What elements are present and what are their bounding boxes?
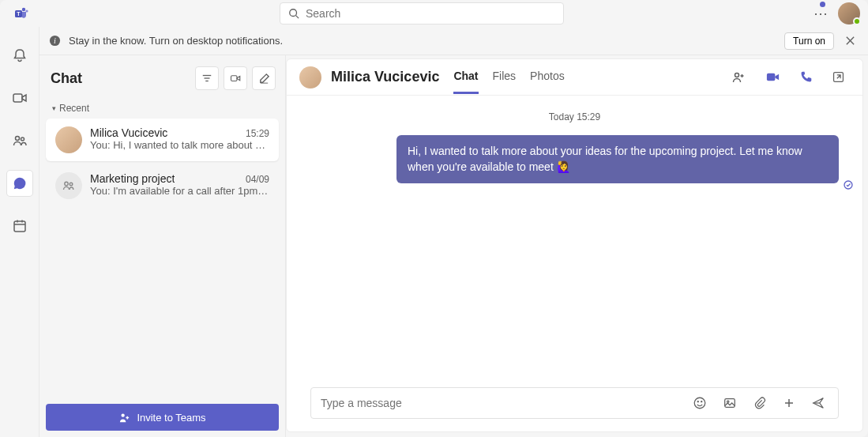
add-people-button[interactable]: [726, 65, 751, 90]
svg-text:i: i: [54, 36, 56, 45]
message-row: Hi, I wanted to talk more about your ide…: [310, 135, 839, 183]
more-actions-icon[interactable]: [780, 394, 798, 413]
rail-activity[interactable]: [7, 43, 32, 68]
search-icon: [288, 8, 299, 19]
video-call-button[interactable]: [761, 65, 785, 89]
chat-list-panel: Chat ▾ Recent: [39, 55, 286, 437]
section-recent[interactable]: ▾ Recent: [39, 95, 285, 117]
conversation-pane: Milica Vucicevic Chat Files Photos: [286, 58, 863, 432]
send-icon[interactable]: [808, 393, 829, 413]
message-bubble[interactable]: Hi, I wanted to talk more about your ide…: [396, 135, 839, 183]
close-icon[interactable]: [842, 32, 859, 49]
caret-down-icon: ▾: [52, 104, 56, 112]
rail-video[interactable]: [7, 85, 32, 111]
svg-rect-9: [14, 221, 25, 232]
chat-list-item[interactable]: Marketing project 04/09 You: I'm availab…: [46, 164, 279, 207]
conversation-avatar: [299, 66, 321, 89]
conversation-title: Milica Vucicevic: [331, 69, 439, 85]
svg-point-21: [65, 182, 68, 185]
chat-item-name: Milica Vucicevic: [90, 126, 167, 139]
svg-point-29: [697, 401, 698, 402]
filter-button[interactable]: [195, 66, 219, 90]
info-icon: i: [49, 35, 61, 47]
invite-icon: [118, 412, 130, 424]
read-receipt-icon: [844, 180, 853, 190]
chat-item-time: 15:29: [246, 128, 269, 139]
chat-item-preview: You: I'm available for a call after 1pm …: [90, 185, 269, 197]
invite-to-teams-button[interactable]: Invite to Teams: [46, 404, 279, 431]
svg-point-28: [694, 397, 705, 409]
notification-banner: i Stay in the know. Turn on desktop noti…: [39, 27, 868, 55]
notification-text: Stay in the know. Turn on desktop notifi…: [69, 35, 283, 47]
title-bar: T ⋯: [0, 0, 868, 27]
tab-chat[interactable]: Chat: [453, 60, 478, 94]
chat-list-title: Chat: [51, 70, 190, 87]
more-menu-icon[interactable]: ⋯: [814, 6, 829, 21]
avatar-icon: [55, 126, 82, 153]
popout-button[interactable]: [827, 66, 850, 89]
rail-calendar[interactable]: [7, 213, 32, 239]
message-composer[interactable]: [310, 387, 839, 419]
chat-list-item[interactable]: Milica Vucicevic 15:29 You: Hi, I wanted…: [46, 119, 279, 161]
search-input[interactable]: [306, 7, 555, 20]
chat-item-preview: You: Hi, I wanted to talk more about you…: [90, 139, 269, 151]
conversation-header: Milica Vucicevic Chat Files Photos: [287, 59, 862, 96]
audio-call-button[interactable]: [795, 66, 817, 89]
group-avatar-icon: [55, 172, 82, 199]
meet-now-button[interactable]: [224, 66, 247, 90]
notification-dot: [820, 2, 825, 7]
chat-item-name: Marketing project: [90, 172, 175, 185]
turn-on-button[interactable]: Turn on: [784, 32, 834, 50]
svg-line-5: [296, 16, 299, 19]
svg-point-24: [735, 73, 739, 77]
image-icon[interactable]: [720, 393, 740, 413]
time-divider: Today 15:29: [310, 111, 839, 122]
composer-input[interactable]: [321, 397, 680, 409]
rail-chat[interactable]: [7, 171, 32, 196]
svg-point-27: [844, 181, 852, 189]
svg-point-0: [22, 8, 25, 11]
message-list: Today 15:29 Hi, I wanted to talk more ab…: [287, 96, 862, 379]
app-rail: [0, 27, 39, 437]
svg-rect-6: [13, 94, 22, 102]
user-avatar[interactable]: [838, 2, 860, 24]
tab-files[interactable]: Files: [493, 60, 517, 94]
emoji-icon[interactable]: [690, 393, 710, 413]
search-box[interactable]: [280, 2, 564, 24]
svg-rect-20: [231, 75, 237, 81]
svg-rect-25: [767, 73, 775, 81]
svg-point-32: [727, 401, 729, 402]
svg-point-23: [122, 413, 125, 416]
chat-item-time: 04/09: [246, 174, 269, 185]
attach-icon[interactable]: [750, 393, 770, 413]
svg-text:T: T: [17, 11, 21, 17]
svg-point-4: [290, 9, 297, 17]
presence-available-icon: [853, 17, 861, 25]
new-chat-button[interactable]: [252, 66, 276, 90]
svg-point-30: [701, 401, 702, 402]
tab-photos[interactable]: Photos: [530, 60, 565, 94]
svg-point-8: [21, 138, 24, 141]
svg-point-7: [15, 137, 19, 141]
rail-teams[interactable]: [7, 128, 32, 153]
svg-point-22: [70, 183, 73, 186]
svg-rect-31: [725, 399, 735, 408]
teams-logo-icon: T: [13, 5, 30, 22]
